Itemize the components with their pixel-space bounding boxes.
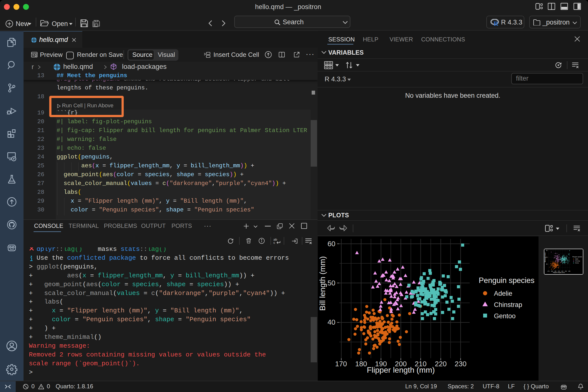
svg-text:220: 220: [435, 360, 447, 368]
svg-text:50: 50: [328, 279, 336, 287]
svg-text:60: 60: [328, 240, 336, 248]
svg-text:Penguin species: Penguin species: [479, 276, 534, 285]
svg-text:R: R: [494, 20, 498, 26]
svg-text:Flipper length (mm): Flipper length (mm): [367, 366, 435, 374]
svg-text:Chinstrap: Chinstrap: [494, 301, 522, 308]
svg-text:c: c: [274, 241, 275, 244]
svg-text:Gentoo: Gentoo: [494, 312, 516, 320]
svg-text:Bill length (mm): Bill length (mm): [318, 256, 327, 311]
svg-text:170: 170: [335, 360, 347, 368]
svg-text:180: 180: [355, 360, 367, 368]
svg-text:230: 230: [455, 360, 466, 368]
svg-text:40: 40: [328, 318, 336, 326]
svg-text:Adelie: Adelie: [494, 290, 512, 297]
